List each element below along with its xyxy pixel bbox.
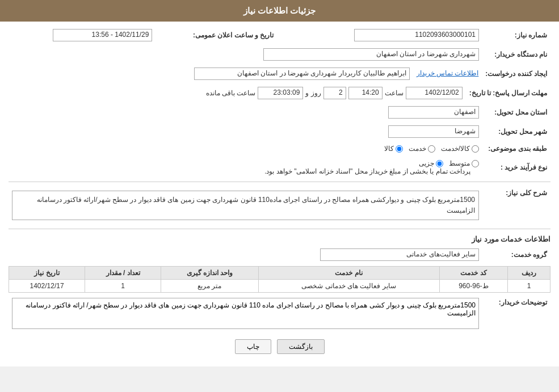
service-group-value: سایر فعالیت‌های خدماتی xyxy=(320,248,479,261)
buyer-desc-table: توضیحات خریدار: xyxy=(9,296,550,332)
buyer-org-table: نام دستگاه خریدار: شهرداری شهرضا در استا… xyxy=(9,47,550,62)
creator-table: ایجاد کننده درخواست: اطلاعات تماس خریدار… xyxy=(9,66,550,82)
deadline-days: 2 xyxy=(323,87,346,99)
province-label: استان محل تحویل: xyxy=(482,104,550,120)
cell-unit: متر مربع xyxy=(161,280,259,293)
services-data-table: ردیف کد خدمت نام خدمت واحد اندازه گیری ت… xyxy=(9,266,550,293)
cell-service-code: ط-96-960 xyxy=(439,280,508,293)
button-row: بازگشت چاپ xyxy=(9,339,550,354)
need-number-cell: 1102093603000101 xyxy=(300,27,482,43)
deadline-label: مهلت ارسال پاسخ: تا تاریخ: xyxy=(466,85,550,101)
purchase-type-table: نوع فرآیند خرید : متوسط جزیی پرداخت تمام… xyxy=(9,158,550,177)
time-label: ساعت xyxy=(385,89,404,97)
col-header-service-code: کد خدمت xyxy=(439,267,508,280)
radio-motavaset[interactable]: متوسط xyxy=(449,159,479,167)
radio-motavaset-input[interactable] xyxy=(472,160,479,167)
table-body: 1 ط-96-960 سایر فعالیت های خدماتی شخصی م… xyxy=(9,280,550,293)
buyer-org-cell: شهرداری شهرضا در استان اصفهان xyxy=(9,47,482,62)
radio-kala-input[interactable] xyxy=(396,145,403,153)
creator-label: ایجاد کننده درخواست: xyxy=(482,66,550,82)
hours-remaining-label: ساعت باقی مانده xyxy=(206,89,256,97)
creator-value: ابراهیم طالبیان کاربردار شهرداری شهرضا د… xyxy=(194,68,410,80)
col-header-quantity: تعداد / مقدار xyxy=(85,267,161,280)
radio-kala-khedmat-label: کالا/خدمت xyxy=(441,145,470,153)
deadline-date: 1402/12/02 xyxy=(406,87,463,99)
city-label: شهر محل تحویل: xyxy=(482,124,550,140)
table-header: ردیف کد خدمت نام خدمت واحد اندازه گیری ت… xyxy=(9,267,550,280)
radio-khedmat-label: خدمت xyxy=(409,145,426,153)
creator-cell: اطلاعات تماس خریدار ابراهیم طالبیان کارب… xyxy=(9,66,482,82)
cell-need-date: 1402/12/17 xyxy=(9,280,85,293)
general-desc-label: شرح کلی نیاز: xyxy=(482,187,550,224)
service-group-label: گروه خدمت: xyxy=(482,247,550,263)
radio-jozii-input[interactable] xyxy=(436,160,443,167)
announce-datetime-cell: 1402/11/29 - 13:56 xyxy=(9,27,155,43)
buyer-desc-label: توضیحات خریدار: xyxy=(482,296,550,332)
category-table: طبقه بندی موضوعی: کالا/خدمت خدمت xyxy=(9,143,550,154)
back-button[interactable]: بازگشت xyxy=(277,339,325,354)
city-table: شهر محل تحویل: شهرضا xyxy=(9,124,550,140)
buyer-org-value: شهرداری شهرضا در استان اصفهان xyxy=(263,48,479,61)
announce-datetime-label: تاریخ و ساعت اعلان عمومی: xyxy=(155,27,277,43)
header-info-table: شماره نیاز: 1102093603000101 تاریخ و ساع… xyxy=(9,27,550,43)
general-desc-table: شرح کلی نیاز: 1500مترمربع بلوک چینی و دی… xyxy=(9,187,550,224)
divider-2 xyxy=(9,229,550,229)
province-cell: اصفهان xyxy=(9,104,482,120)
content-area: شماره نیاز: 1102093603000101 تاریخ و ساع… xyxy=(0,22,559,366)
deadline-time: 14:20 xyxy=(348,87,383,99)
col-header-need-date: تاریخ نیاز xyxy=(9,267,85,280)
province-value: اصفهان xyxy=(388,106,479,119)
buyer-org-label: نام دستگاه خریدار: xyxy=(482,47,550,62)
cell-service-name: سایر فعالیت های خدماتی شخصی xyxy=(258,280,439,293)
print-button[interactable]: چاپ xyxy=(235,339,271,354)
radio-kala-label: کالا xyxy=(384,145,394,153)
category-label: طبقه بندی موضوعی: xyxy=(482,143,550,154)
service-group-cell: سایر فعالیت‌های خدماتی xyxy=(9,247,482,263)
province-table: استان محل تحویل: اصفهان xyxy=(9,104,550,120)
page-container: جزئیات اطلاعات نیاز شماره نیاز: 11020936… xyxy=(0,0,559,366)
purchase-type-cell: متوسط جزیی پرداخت تمام یا بخشی از مبلغ خ… xyxy=(9,158,482,177)
radio-kala[interactable]: کالا xyxy=(384,145,403,153)
announce-datetime-value: 1402/11/29 - 13:56 xyxy=(53,29,152,41)
cell-row-num: 1 xyxy=(508,280,550,293)
deadline-cell: 1402/12/02 ساعت 14:20 2 روز و 23:03:09 س… xyxy=(9,85,466,101)
purchase-type-label: نوع فرآیند خرید : xyxy=(482,158,550,177)
radio-kala-khedmat[interactable]: کالا/خدمت xyxy=(441,145,479,153)
category-cell: کالا/خدمت خدمت کالا xyxy=(9,143,482,154)
buyer-desc-textarea xyxy=(12,298,479,329)
general-desc-value: 1500مترمربع بلوک چینی و دیوارکشی همراه م… xyxy=(12,191,479,220)
radio-jozii[interactable]: جزیی xyxy=(419,159,443,167)
deadline-date-row: 1402/12/02 ساعت 14:20 2 روز و 23:03:09 س… xyxy=(12,87,463,99)
need-number-label: شماره نیاز: xyxy=(482,27,550,43)
page-header: جزئیات اطلاعات نیاز xyxy=(0,0,559,22)
need-number-value: 1102093603000101 xyxy=(354,29,479,41)
col-header-unit: واحد اندازه گیری xyxy=(161,267,259,280)
category-radio-group: کالا/خدمت خدمت کالا xyxy=(12,145,479,153)
deadline-hours-remaining: 23:03:09 xyxy=(258,87,303,99)
city-value: شهرضا xyxy=(388,125,479,138)
contact-link[interactable]: اطلاعات تماس خریدار xyxy=(417,69,479,77)
radio-motavaset-label: متوسط xyxy=(449,159,470,167)
services-section-title: اطلاعات خدمات مورد نیاز xyxy=(9,235,550,243)
general-desc-cell: 1500مترمربع بلوک چینی و دیوارکشی همراه م… xyxy=(9,187,482,224)
table-row: 1 ط-96-960 سایر فعالیت های خدماتی شخصی م… xyxy=(9,280,550,293)
col-header-row-num: ردیف xyxy=(508,267,550,280)
page-title: جزئیات اطلاعات نیاز xyxy=(243,6,316,15)
buyer-desc-cell xyxy=(9,296,482,332)
radio-kala-khedmat-input[interactable] xyxy=(472,145,479,153)
cell-quantity: 1 xyxy=(85,280,161,293)
days-label: روز و xyxy=(305,89,321,97)
divider-1 xyxy=(9,182,550,182)
city-cell: شهرضا xyxy=(9,124,482,140)
radio-khedmat-input[interactable] xyxy=(428,145,435,153)
purchase-type-radio-group: متوسط جزیی xyxy=(12,159,479,167)
deadline-table: مهلت ارسال پاسخ: تا تاریخ: 1402/12/02 سا… xyxy=(9,85,550,101)
service-group-table: گروه خدمت: سایر فعالیت‌های خدماتی xyxy=(9,247,550,263)
col-header-service-name: نام خدمت xyxy=(258,267,439,280)
radio-jozii-label: جزیی xyxy=(419,159,434,167)
radio-khedmat[interactable]: خدمت xyxy=(409,145,435,153)
purchase-note: پرداخت تمام یا بخشی از مبلغ خریداز محل "… xyxy=(264,167,470,175)
